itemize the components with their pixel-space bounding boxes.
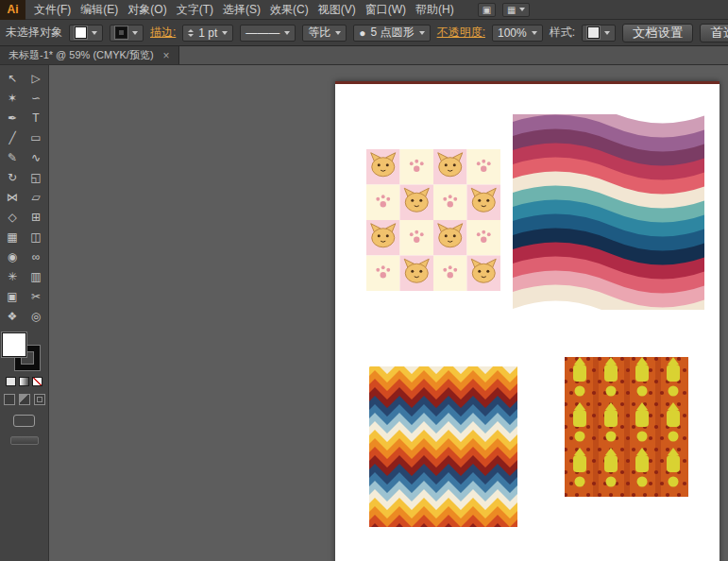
profile-value: 等比 [308, 25, 330, 41]
stroke-color-dropdown[interactable] [110, 25, 144, 42]
tool-icon: ∞ [32, 250, 41, 264]
document-tab[interactable]: 未标题-1* @ 59% (CMYK/预览) × [0, 46, 179, 64]
panel-collapse-icon[interactable] [10, 436, 39, 445]
menu-item[interactable]: 窗口(W) [361, 0, 411, 19]
tool-icon: ◎ [31, 310, 41, 323]
menu-bar-items: 文件(F) 编辑(E) 对象(O) 文字(T) 选择(S) 效果(C) 视图(V… [29, 0, 459, 19]
pencil-tool[interactable]: ∿ [25, 147, 48, 167]
artboard[interactable] [335, 81, 720, 561]
tool-icon: ▷ [31, 72, 40, 85]
arrange-documents-button[interactable]: ▦ [502, 3, 529, 17]
shape-builder-tool[interactable]: ◇ [1, 207, 25, 227]
workspace: ↖ ▷ ✶ ∽ ✒ [0, 65, 728, 561]
draw-behind-icon[interactable] [19, 394, 30, 405]
gradient-tool[interactable]: ◫ [25, 227, 48, 246]
draw-normal-icon[interactable] [4, 394, 15, 405]
scale-tool[interactable]: ◱ [25, 167, 48, 187]
opacity-panel-link[interactable]: 不透明度: [437, 25, 485, 41]
rectangle-tool[interactable]: ▭ [25, 128, 48, 147]
none-mode-icon[interactable] [32, 377, 42, 386]
menu-item[interactable]: 文字(T) [172, 0, 218, 19]
arrange-documents-icon: ▦ [507, 5, 516, 15]
blend-tool[interactable]: ∞ [25, 246, 48, 266]
mesh-tool[interactable]: ▦ [1, 227, 25, 246]
menu-item[interactable]: 对象(O) [123, 0, 171, 19]
screen-mode-icon[interactable] [13, 415, 35, 427]
fill-stroke-indicator [1, 332, 42, 372]
menu-item[interactable]: 视图(V) [313, 0, 361, 19]
tools-grid: ↖ ▷ ✶ ∽ ✒ [1, 68, 48, 326]
preferences-button[interactable]: 首选项 [700, 24, 728, 42]
chevron-down-icon [419, 31, 425, 35]
color-mode-icon[interactable] [6, 377, 16, 386]
direct-selection-tool[interactable]: ▷ [25, 68, 48, 88]
document-tab-bar: 未标题-1* @ 59% (CMYK/预览) × [0, 46, 728, 65]
slice-tool[interactable]: ✂ [25, 286, 48, 306]
bridge-icon: ▣ [483, 5, 491, 15]
stroke-swatch-icon [115, 26, 127, 39]
stepper-up-icon[interactable] [188, 29, 194, 32]
menu-item[interactable]: 效果(C) [265, 0, 313, 19]
chevron-down-icon [284, 31, 290, 35]
profile-dropdown[interactable]: 等比 [302, 25, 347, 42]
width-profile-line-icon: ——— [245, 26, 279, 40]
width-tool[interactable]: ⋈ [1, 187, 25, 207]
tab-close-icon[interactable]: × [163, 50, 170, 61]
fill-color-box[interactable] [2, 332, 26, 357]
tools-panel: ↖ ▷ ✶ ∽ ✒ [0, 65, 49, 561]
gradient-mode-icon[interactable] [19, 377, 29, 386]
stepper-down-icon[interactable] [188, 34, 194, 37]
style-label: 样式: [550, 25, 575, 41]
canvas[interactable] [49, 65, 728, 561]
chevron-down-icon [132, 31, 138, 35]
opacity-dropdown[interactable]: 100% [492, 25, 543, 42]
app-logo-icon: Ai [0, 0, 25, 20]
menu-item[interactable]: 选择(S) [218, 0, 265, 19]
zoom-tool[interactable]: ◎ [25, 306, 48, 326]
selection-status: 未选择对象 [6, 25, 62, 41]
brush-definition-dropdown[interactable]: ● 5 点圆形 [353, 25, 430, 42]
stepper-arrows-icon[interactable] [188, 29, 194, 37]
selection-tool[interactable]: ↖ [1, 68, 25, 88]
menu-item[interactable]: 文件(F) [29, 0, 76, 19]
launch-bridge-button[interactable]: ▣ [478, 3, 496, 17]
stroke-panel-link[interactable]: 描边: [150, 25, 176, 41]
lasso-tool[interactable]: ∽ [25, 88, 48, 108]
chevron-down-icon [604, 31, 610, 35]
stroke-weight-stepper[interactable]: 1 pt [182, 25, 233, 42]
illustrator-window: Ai 文件(F) 编辑(E) 对象(O) 文字(T) 选择(S) 效果(C) 视… [0, 0, 728, 561]
hand-tool[interactable]: ❖ [1, 306, 25, 326]
width-profile-dropdown[interactable]: ——— [240, 25, 296, 42]
artboard-tool[interactable]: ▣ [1, 286, 25, 306]
chevron-pattern-swatch[interactable] [369, 366, 517, 527]
wave-pattern-swatch[interactable] [513, 114, 704, 310]
magic-wand-tool[interactable]: ✶ [1, 88, 25, 108]
cat-pattern-swatch[interactable] [366, 149, 500, 291]
menu-item[interactable]: 帮助(H) [411, 0, 459, 19]
tool-icon: ✳ [8, 270, 17, 283]
document-setup-button[interactable]: 文档设置 [622, 24, 693, 42]
rotate-tool[interactable]: ↻ [1, 167, 25, 187]
control-bar: 未选择对象 描边: 1 pt ——— 等比 ● [0, 20, 728, 46]
line-segment-tool[interactable]: ╱ [1, 128, 25, 147]
type-tool[interactable]: T [25, 108, 48, 128]
document-tab-title: 未标题-1* @ 59% (CMYK/预览) [8, 48, 154, 62]
eyedropper-tool[interactable]: ◉ [1, 246, 25, 266]
tool-icon: ▣ [7, 290, 17, 303]
style-swatch-icon [587, 26, 600, 39]
column-graph-tool[interactable]: ▥ [25, 266, 48, 286]
symbol-sprayer-tool[interactable]: ✳ [1, 266, 25, 286]
ornate-pattern-swatch[interactable] [565, 357, 688, 497]
draw-inside-icon[interactable] [34, 394, 45, 405]
menu-item[interactable]: 编辑(E) [76, 0, 123, 19]
paintbrush-tool[interactable]: ✎ [1, 147, 25, 167]
pen-tool[interactable]: ✒ [1, 108, 25, 128]
perspective-grid-tool[interactable]: ⊞ [25, 207, 48, 227]
fill-swatch-icon [75, 26, 87, 39]
tool-icon: ▥ [30, 270, 41, 283]
style-dropdown[interactable] [582, 25, 616, 42]
fill-color-dropdown[interactable] [69, 25, 103, 42]
app-bar-icons: ▣ ▦ [478, 3, 530, 17]
free-transform-tool[interactable]: ▱ [25, 187, 48, 207]
tool-icon: ✶ [8, 92, 17, 105]
